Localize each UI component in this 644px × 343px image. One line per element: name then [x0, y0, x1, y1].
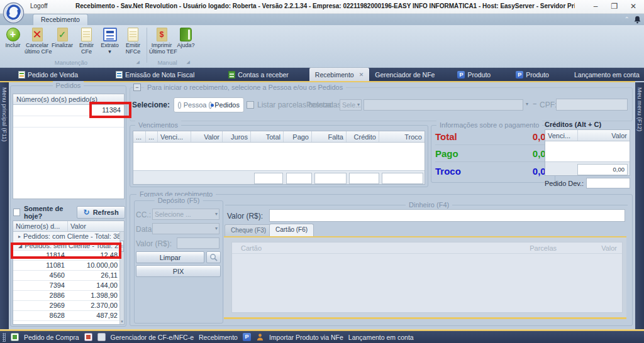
- pedido-row[interactable]: 28861.398,90: [13, 291, 124, 301]
- pedido-row[interactable]: 8628487,92: [13, 311, 124, 321]
- menu-principal-strip[interactable]: Menu principal (F11): [0, 82, 9, 329]
- pessoa-radio[interactable]: [178, 102, 181, 109]
- pedidos-radio[interactable]: [209, 102, 212, 109]
- tab-produto-1[interactable]: P Produto: [452, 68, 496, 81]
- footer-credito-cell: [349, 173, 379, 184]
- close-button[interactable]: ✕: [624, 0, 643, 14]
- refresh-button[interactable]: ↻ Refresh: [77, 206, 125, 219]
- cc-combo[interactable]: Selecione ...▾: [152, 209, 219, 220]
- column-header-numero[interactable]: Número(s) d...: [13, 221, 68, 231]
- pessoa-dropdown-icon[interactable]: ▾: [526, 101, 528, 107]
- tab-lancamento-em-conta[interactable]: Lançamento em conta: [569, 68, 644, 81]
- notifications-bell-icon[interactable]: [633, 16, 641, 24]
- produto-icon: P: [516, 71, 523, 79]
- expand-collapsed-icon[interactable]: ▸: [18, 234, 21, 239]
- restore-button[interactable]: ❐: [605, 0, 624, 14]
- data-label: Data:: [136, 225, 154, 234]
- tab-emissao-nota-fiscal[interactable]: Emissão de Nota Fiscal: [110, 68, 200, 81]
- scroll-down-icon[interactable]: ▼: [120, 320, 124, 324]
- tab-pedido-de-venda[interactable]: Pedido de Venda: [13, 68, 84, 81]
- pessoa-short-combo[interactable]: Sele...▾: [340, 99, 362, 111]
- emitir-nfce-button[interactable]: EmitirNFCe: [121, 26, 145, 59]
- listar-parcelas-checkbox[interactable]: [247, 101, 254, 109]
- vencimentos-column-header[interactable]: Total: [251, 131, 284, 142]
- imprimir-ultimo-tef-button[interactable]: $ ImprimirÚltimo TEF: [149, 26, 174, 59]
- tab-cheque[interactable]: Cheque (F3): [225, 224, 272, 236]
- collapse-group-button[interactable]: −: [133, 84, 141, 91]
- app-logo-button[interactable]: [3, 2, 25, 24]
- person-icon[interactable]: [256, 333, 264, 341]
- cancelar-ultimo-cfe-button[interactable]: ✕ Cancelarúltimo CFe: [25, 26, 50, 59]
- meu-menu-strip[interactable]: Meu menu (F12): [635, 82, 644, 329]
- close-tab-icon[interactable]: ✕: [359, 72, 364, 78]
- statusbar-item-gerenciador[interactable]: Gerenciador de CF-e/NFC-e: [111, 334, 194, 341]
- vencimentos-column-header[interactable]: Crédito: [347, 131, 379, 142]
- vencimentos-column-header[interactable]: Valor: [191, 131, 223, 142]
- creditos-column-venci[interactable]: Venci...: [545, 130, 578, 141]
- extrato-dropdown-button[interactable]: Extrato▾: [98, 26, 121, 59]
- invoice-icon: [116, 71, 123, 79]
- search-button[interactable]: [206, 251, 221, 263]
- vencimentos-column-header[interactable]: Juros: [223, 131, 251, 142]
- cpf-field[interactable]: [556, 99, 628, 111]
- incluir-button[interactable]: + Incluir: [1, 26, 25, 59]
- pago-label: Pago: [435, 148, 458, 159]
- statusbar-item-pedido-compra[interactable]: Pedido de Compra: [24, 334, 79, 341]
- ribbon-collapse-icon[interactable]: ⌃: [625, 16, 630, 23]
- selecao-group-title: Para iniciar o recebimento, selecione a …: [144, 83, 346, 92]
- somente-hoje-checkbox[interactable]: [13, 209, 20, 216]
- vencimentos-column-header[interactable]: Pago: [284, 131, 312, 142]
- pix-button[interactable]: PIX: [136, 265, 221, 277]
- vencimentos-column-header[interactable]: Troco: [379, 131, 425, 142]
- pessoa-clear-icon[interactable]: −: [533, 100, 536, 107]
- ajuda-button[interactable]: Ajuda?: [174, 26, 197, 59]
- emitir-cfe-button[interactable]: EmitirCFe: [75, 26, 98, 59]
- limpar-button[interactable]: Limpar: [136, 251, 204, 263]
- pedido-row[interactable]: 1108110.000,00: [13, 261, 124, 271]
- creditos-column-valor[interactable]: Valor: [578, 130, 630, 141]
- document-icon[interactable]: [97, 333, 106, 341]
- minimize-button[interactable]: –: [586, 0, 605, 14]
- creditos-grid: Venci... Valor 0,00: [545, 129, 630, 176]
- pedido-row[interactable]: 7394144,00: [13, 281, 124, 291]
- finalizar-button[interactable]: ✓ Finalizar: [50, 26, 75, 59]
- dinheiro-valor-field[interactable]: [269, 209, 625, 222]
- valor-column-header: Valor: [557, 244, 622, 252]
- produto-icon[interactable]: P: [243, 333, 251, 341]
- data-combo[interactable]: ▾: [152, 223, 219, 234]
- ribbon-tab-recebimento[interactable]: Recebimento: [33, 14, 88, 25]
- pedido-dev-field[interactable]: [586, 178, 630, 188]
- logoff-button[interactable]: Logoff: [30, 3, 48, 9]
- tab-produto-2[interactable]: P Produto: [510, 68, 555, 81]
- vencimentos-column-header[interactable]: Venci...: [158, 131, 191, 142]
- dialog-launcher-icon[interactable]: ◢: [187, 58, 190, 66]
- ribbon-group-separator: [147, 28, 147, 63]
- dialog-launcher-icon[interactable]: ◢: [136, 58, 140, 66]
- vencimentos-column-header[interactable]: Falta: [312, 131, 347, 142]
- pedido-row[interactable]: 29692.370,00: [13, 301, 124, 311]
- plus-icon: +: [6, 28, 20, 41]
- column-header-valor[interactable]: Valor: [68, 221, 124, 231]
- tab-recebimento[interactable]: Recebimento ✕: [309, 68, 369, 81]
- somente-hoje-label: Somente de hoje?: [24, 205, 77, 220]
- pessoa-name-field[interactable]: [364, 99, 523, 111]
- troco-label: Troco: [435, 166, 461, 177]
- refresh-icon: ↻: [84, 208, 90, 217]
- statusbar-item-recebimento[interactable]: Recebimento: [199, 334, 238, 341]
- pedido-row[interactable]: 456026,11: [13, 271, 124, 281]
- tab-cartao[interactable]: Cartão (F6): [269, 224, 314, 236]
- vencimentos-column-header[interactable]: ...: [133, 131, 146, 142]
- vencimentos-title: Vencimentos: [135, 121, 181, 130]
- group-row-com-cliente[interactable]: ▸ Pedidos: com Cliente - Total: 387: [13, 232, 124, 241]
- pedido-compra-icon[interactable]: [11, 333, 19, 341]
- ribbon-tab-bar: Recebimento ⌃: [0, 14, 644, 25]
- deposito-valor-field[interactable]: [177, 237, 219, 249]
- footer-total-cell: [254, 173, 283, 184]
- tab-contas-a-receber[interactable]: Contas a receber: [223, 68, 294, 81]
- statusbar-item-importar-nfe[interactable]: Importar Produto via NFe: [269, 334, 343, 341]
- statusbar-item-lancamento[interactable]: Lançamento em conta: [348, 334, 414, 341]
- finish-document-icon: ✓: [57, 28, 68, 41]
- vencimentos-column-header[interactable]: ...: [146, 131, 158, 142]
- document-icon[interactable]: [84, 333, 92, 341]
- tab-gerenciador-nfe[interactable]: Gerenciador de NFe: [369, 68, 440, 81]
